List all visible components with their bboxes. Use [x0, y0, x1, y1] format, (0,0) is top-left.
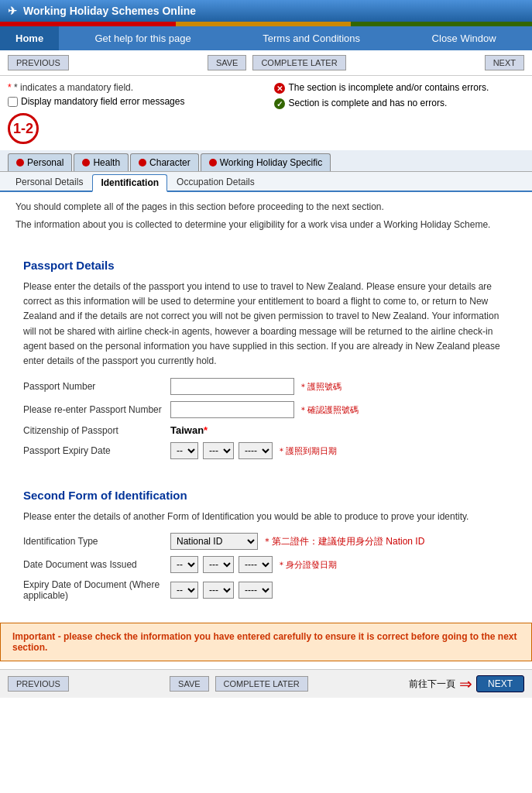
- citizenship-value: Taiwan*: [170, 424, 208, 436]
- tab-character[interactable]: Character: [130, 153, 199, 171]
- next-btn-area: 前往下一頁 ⇒ NEXT: [409, 675, 524, 693]
- passport-expiry-day[interactable]: --: [170, 442, 198, 459]
- doc-issued-hint: ＊身分證發日期: [277, 559, 337, 571]
- title-bar: ✈ Working Holiday Schemes Online: [0, 0, 532, 22]
- second-id-title: Second Form of Identification: [23, 489, 509, 502]
- section-tabs: Personal Health Character Working Holida…: [0, 150, 532, 172]
- top-toolbar: PREVIOUS SAVE COMPLETE LATER NEXT: [0, 50, 532, 76]
- citizenship-control: Taiwan*: [170, 424, 208, 436]
- save-button[interactable]: SAVE: [208, 55, 247, 70]
- citizenship-star: *: [204, 424, 208, 436]
- bottom-next-button[interactable]: NEXT: [476, 675, 524, 692]
- passport-section-title: Passport Details: [23, 259, 509, 272]
- subtab-occupation[interactable]: Occupation Details: [169, 174, 263, 191]
- mandatory-area: * * indicates a mandatory field. Display…: [8, 82, 259, 144]
- passport-expiry-label: Passport Expiry Date: [23, 445, 163, 456]
- passport-number-control: ＊護照號碼: [170, 378, 342, 395]
- id-type-hint: ＊第二證件：建議使用身分證 Nation ID: [263, 535, 424, 548]
- display-errors-label[interactable]: Display mandatory field error messages: [8, 96, 259, 107]
- id-type-row: Identification Type National ID Driver's…: [23, 533, 509, 550]
- terms-link[interactable]: Terms and Conditions: [255, 26, 368, 50]
- passport-expiry-hint: ＊護照到期日期: [277, 445, 337, 457]
- bottom-toolbar: PREVIOUS SAVE COMPLETE LATER 前往下一頁 ⇒ NEX…: [0, 669, 532, 698]
- passport-number-row: Passport Number ＊護照號碼: [23, 378, 509, 395]
- tab-dot-health: [82, 159, 90, 166]
- ok-icon: ✓: [274, 98, 285, 109]
- next-chinese-label: 前往下一頁: [409, 678, 455, 691]
- tab-working-holiday[interactable]: Working Holiday Specific: [201, 153, 331, 171]
- status-messages: ✕ The section is incomplete and/or conta…: [274, 82, 525, 144]
- tab-personal[interactable]: Personal: [8, 153, 72, 171]
- bottom-previous-button[interactable]: PREVIOUS: [8, 676, 69, 692]
- mandatory-star: *: [8, 82, 14, 93]
- next-button[interactable]: NEXT: [485, 55, 524, 70]
- passport-reenter-hint: ＊確認護照號碼: [299, 404, 359, 416]
- doc-issued-year[interactable]: ----: [239, 556, 273, 573]
- home-button[interactable]: Home: [0, 26, 59, 50]
- second-id-desc: Please enter the details of another Form…: [23, 510, 509, 524]
- subtab-personal-details[interactable]: Personal Details: [8, 174, 91, 191]
- passport-reenter-label: Please re-enter Passport Number: [23, 404, 163, 415]
- bottom-warning: Important - please check the information…: [0, 623, 532, 661]
- app-title: Working Holiday Schemes Online: [23, 5, 196, 17]
- subtab-identification[interactable]: Identification: [92, 174, 167, 192]
- status-area: * * indicates a mandatory field. Display…: [0, 76, 532, 150]
- doc-issued-label: Date Document was Issued: [23, 559, 163, 570]
- tab-health[interactable]: Health: [74, 153, 129, 171]
- complete-later-button[interactable]: COMPLETE LATER: [252, 55, 345, 70]
- doc-issued-month[interactable]: ---: [203, 556, 234, 573]
- passport-number-label: Passport Number: [23, 381, 163, 392]
- citizenship-row: Citizenship of Passport Taiwan*: [23, 424, 509, 436]
- doc-issued-day[interactable]: --: [170, 556, 198, 573]
- info-section: You should complete all of the pages in …: [0, 192, 532, 243]
- bottom-complete-later-button[interactable]: COMPLETE LATER: [215, 676, 308, 692]
- info-text-2: The information about you is collected t…: [15, 218, 517, 232]
- status-error: ✕ The section is incomplete and/or conta…: [274, 82, 525, 94]
- tab-dot-wh: [209, 159, 217, 166]
- id-type-control: National ID Driver's License Birth Certi…: [170, 533, 424, 550]
- tab-dot-character: [139, 159, 146, 166]
- step-indicator-area: 1-2: [8, 113, 259, 144]
- close-link[interactable]: Close Window: [424, 26, 504, 50]
- nav-links: Get help for this page Terms and Conditi…: [59, 26, 532, 50]
- doc-issued-control: -- --- ---- ＊身分證發日期: [170, 556, 337, 573]
- id-type-select[interactable]: National ID Driver's License Birth Certi…: [170, 533, 258, 550]
- passport-description: Please enter the details of the passport…: [23, 280, 509, 369]
- previous-button[interactable]: PREVIOUS: [8, 55, 69, 70]
- citizenship-label: Citizenship of Passport: [23, 425, 163, 436]
- help-link[interactable]: Get help for this page: [87, 26, 198, 50]
- doc-expiry-year[interactable]: ----: [239, 582, 273, 599]
- plane-icon: ✈: [8, 5, 17, 17]
- doc-expiry-day[interactable]: --: [170, 582, 198, 599]
- info-text-1: You should complete all of the pages in …: [15, 200, 517, 214]
- nav-bar: Home Get help for this page Terms and Co…: [0, 26, 532, 50]
- doc-issued-row: Date Document was Issued -- --- ---- ＊身分…: [23, 556, 509, 573]
- doc-expiry-control: -- --- ----: [170, 582, 273, 599]
- passport-expiry-month[interactable]: ---: [203, 442, 234, 459]
- passport-reenter-row: Please re-enter Passport Number ＊確認護照號碼: [23, 401, 509, 418]
- passport-reenter-control: ＊確認護照號碼: [170, 401, 359, 418]
- passport-expiry-control: -- --- ---- ＊護照到期日期: [170, 442, 337, 459]
- bottom-save-button[interactable]: SAVE: [170, 676, 209, 692]
- sub-tabs: Personal Details Identification Occupati…: [0, 172, 532, 192]
- doc-expiry-label: Expiry Date of Document (Where applicabl…: [23, 579, 163, 601]
- doc-expiry-row: Expiry Date of Document (Where applicabl…: [23, 579, 509, 601]
- passport-expiry-row: Passport Expiry Date -- --- ---- ＊護照到期日期: [23, 442, 509, 459]
- passport-number-hint: ＊護照號碼: [299, 381, 342, 393]
- mandatory-note: * * indicates a mandatory field.: [8, 82, 259, 93]
- second-id-section: Second Form of Identification Please ent…: [15, 481, 517, 615]
- step-circle: 1-2: [8, 113, 39, 144]
- passport-reenter-input[interactable]: [170, 401, 294, 418]
- passport-number-input[interactable]: [170, 378, 294, 395]
- next-arrow-icon: ⇒: [459, 675, 472, 693]
- tab-dot-personal: [16, 159, 24, 166]
- doc-expiry-month[interactable]: ---: [203, 582, 234, 599]
- id-type-label: Identification Type: [23, 536, 163, 547]
- passport-expiry-year[interactable]: ----: [239, 442, 273, 459]
- status-ok: ✓ Section is complete and has no errors.: [274, 98, 525, 109]
- error-icon: ✕: [274, 83, 285, 94]
- passport-section: Passport Details Please enter the detail…: [15, 251, 517, 473]
- display-errors-checkbox[interactable]: [8, 97, 18, 107]
